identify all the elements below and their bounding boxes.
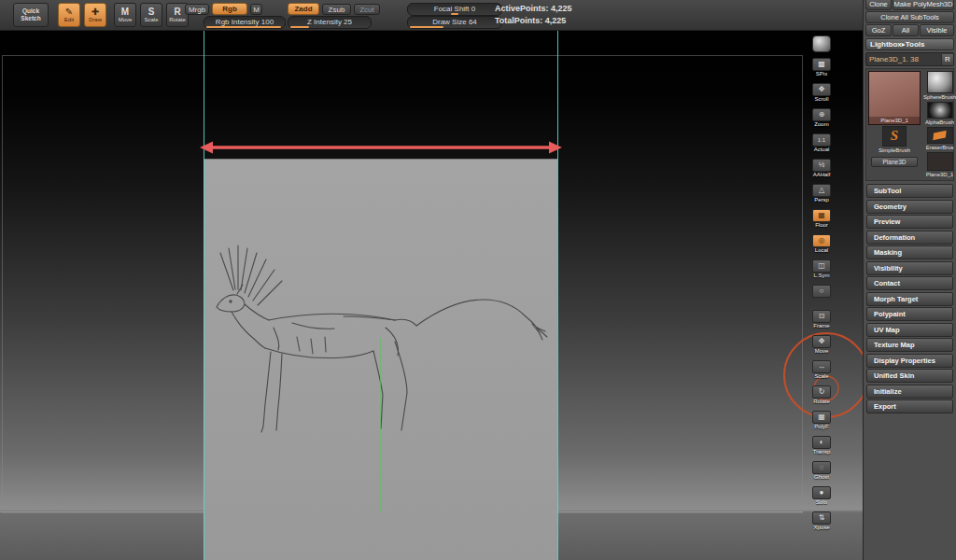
make-polymesh3d-button[interactable]: Make PolyMesh3D (893, 0, 954, 10)
shelf-l-sym-button[interactable]: ◫L.Sym (808, 259, 835, 285)
goz-button[interactable]: GoZ (865, 24, 892, 36)
goz-visible-button[interactable]: Visible (920, 24, 954, 36)
z-intensity-slider[interactable]: Z Intensity 25 (288, 16, 372, 29)
lightbox-tools-header[interactable]: Lightbox▸Tools (865, 38, 954, 50)
section-display-properties[interactable]: Display Properties (866, 354, 953, 368)
shelf-icon-9-button[interactable]: ○ (808, 285, 835, 310)
zadd-button[interactable]: Zadd (288, 3, 319, 15)
shelf-transp-button[interactable]: ◐Transp (808, 436, 835, 461)
shelf-move-label: Move (815, 348, 829, 355)
move-button[interactable]: M Move (114, 3, 136, 27)
clone-button[interactable]: Clone (865, 0, 892, 10)
shelf-frame-button[interactable]: ⊡Frame (808, 310, 835, 335)
move-label: Move (119, 17, 133, 23)
shelf-ghost-label: Ghost (814, 474, 829, 481)
quick-sketch-button[interactable]: Quick Sketch (13, 3, 49, 27)
guide-line-left (204, 30, 204, 560)
shelf-solo-button[interactable]: ●Solo (808, 486, 835, 511)
rgb-intensity-handle[interactable] (206, 26, 281, 28)
rgb-intensity-slider[interactable]: Rgb Intensity 100 (204, 16, 286, 29)
shelf-actual-button[interactable]: 1:1Actual (808, 133, 835, 159)
mrgb-button[interactable]: Mrgb (185, 4, 209, 15)
plane3d-1-label: Plane3D_1 (926, 172, 954, 178)
section-texture-map[interactable]: Texture Map (866, 338, 953, 352)
shelf-scale-button[interactable]: ↔Scale (808, 360, 835, 385)
clone-all-subtools-button[interactable]: Clone All SubTools (865, 11, 954, 23)
shelf-ghost-button[interactable]: ◌Ghost (808, 461, 835, 486)
plane3d-thumbnail[interactable]: Plane3D (871, 157, 918, 167)
material-preview[interactable] (808, 35, 835, 58)
shelf-spix-button[interactable]: ▩SPix (808, 58, 835, 83)
focal-shift-handle[interactable] (451, 13, 458, 15)
width-arrow (200, 140, 562, 155)
shelf-move-button[interactable]: ✥Move (808, 335, 835, 360)
quick-sketch-line2: Sketch (14, 15, 48, 22)
draw-size-handle[interactable] (410, 26, 443, 28)
shelf-aahalf-button[interactable]: ½AAHalf (808, 159, 835, 184)
eraserbrush-label: EraserBrus (926, 145, 954, 151)
guide-line-right (557, 30, 558, 560)
shelf-floor-button[interactable]: ▦Floor (808, 209, 835, 234)
spherebrush-thumbnail[interactable] (927, 71, 953, 93)
section-unified-skin[interactable]: Unified Skin (866, 369, 953, 383)
shelf-scroll-label: Scroll (814, 96, 828, 103)
section-polypaint[interactable]: Polypaint (866, 307, 953, 321)
z-intensity-handle[interactable] (290, 26, 309, 28)
shelf-floor-icon: ▦ (812, 209, 831, 222)
shelf-local-button[interactable]: ◎Local (808, 234, 835, 259)
section-uv-map[interactable]: UV Map (866, 323, 953, 337)
shelf-scroll-button[interactable]: ✥Scroll (808, 83, 835, 108)
section-masking[interactable]: Masking (866, 245, 953, 259)
simplebrush-label: SimpleBrush (879, 147, 910, 154)
shelf-rotate-label: Rotate (813, 399, 830, 405)
tool-palette: Clone Make PolyMesh3D Clone All SubTools… (863, 0, 956, 560)
focal-shift-slider[interactable]: Focal Shift 0 (407, 3, 502, 16)
eraser-icon (933, 131, 946, 141)
scale-label: Scale (144, 17, 158, 23)
section-contact[interactable]: Contact (866, 276, 953, 290)
shelf-scale-icon: ↔ (812, 360, 831, 373)
plane3d-1-thumbnail[interactable] (927, 152, 953, 171)
draw-size-slider[interactable]: Draw Size 64 (407, 16, 502, 29)
shelf-rotate-button[interactable]: ↻Rotate (808, 385, 835, 411)
shelf-frame-icon: ⊡ (812, 310, 831, 323)
viewport[interactable]: ▩SPix✥Scroll⊕Zoom1:1Actual½AAHalf△Persp▦… (0, 30, 863, 560)
shelf-persp-button[interactable]: △Persp (808, 184, 835, 209)
quick-sketch-line1: Quick (14, 7, 48, 15)
section-visibility[interactable]: Visibility (866, 261, 953, 275)
shelf-aahalf-label: AAHalf (813, 172, 831, 178)
section-subtool[interactable]: SubTool (866, 184, 953, 198)
section-initialize[interactable]: Initialize (866, 385, 953, 399)
simplebrush-thumbnail[interactable]: S (882, 126, 907, 147)
floor-line (0, 511, 803, 512)
section-geometry[interactable]: Geometry (866, 200, 953, 214)
scale-button[interactable]: S Scale (140, 3, 162, 27)
shelf-xpose-button[interactable]: ⇅Xpose (808, 511, 835, 537)
active-tool-thumbnail[interactable]: Plane3D_1 (868, 71, 921, 125)
rename-button[interactable]: R (941, 54, 953, 65)
shelf-frame-label: Frame (813, 323, 829, 329)
current-tool-name[interactable]: Plane3D_1. 38 (866, 55, 941, 63)
shelf-polyf-button[interactable]: ▦PolyF (808, 411, 835, 436)
z-intensity-value: Z Intensity 25 (307, 18, 352, 26)
zcut-button[interactable]: Zcut (354, 4, 380, 15)
shelf-transp-label: Transp (813, 449, 830, 455)
m-button[interactable]: M (250, 4, 262, 15)
eraserbrush-thumbnail[interactable] (927, 127, 953, 144)
rgb-button[interactable]: Rgb (212, 3, 247, 15)
top-shelf: Quick Sketch ✎ Edit ✚ Draw M Move S Scal… (0, 0, 863, 31)
shelf-solo-label: Solo (816, 499, 827, 506)
edit-button[interactable]: ✎ Edit (58, 3, 80, 27)
zsub-button[interactable]: Zsub (322, 4, 351, 15)
section-export[interactable]: Export (866, 399, 953, 413)
draw-button[interactable]: ✚ Draw (84, 3, 106, 27)
alphabrush-thumbnail[interactable] (927, 102, 953, 119)
shelf-polyf-label: PolyF (814, 424, 828, 430)
shelf-transp-icon: ◐ (812, 436, 831, 449)
shelf-zoom-icon: ⊕ (812, 108, 831, 121)
section-morph-target[interactable]: Morph Target (866, 292, 953, 306)
section-deformation[interactable]: Deformation (866, 231, 953, 245)
shelf-zoom-button[interactable]: ⊕Zoom (808, 108, 835, 133)
section-preview[interactable]: Preview (866, 215, 953, 229)
goz-all-button[interactable]: All (893, 24, 919, 36)
